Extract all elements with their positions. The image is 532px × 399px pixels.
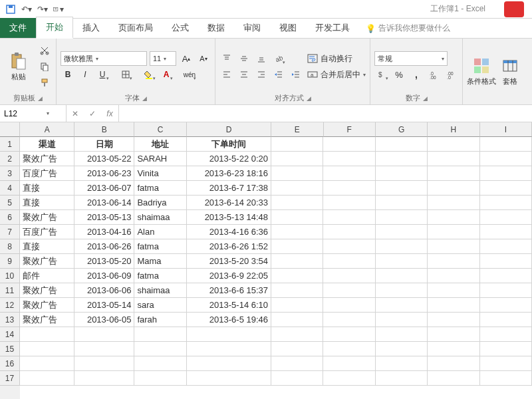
cell-B15[interactable] [74, 342, 134, 356]
cell-H17[interactable] [428, 371, 479, 386]
cell-E2[interactable] [271, 152, 323, 166]
cell-I12[interactable] [480, 298, 532, 313]
cell-E12[interactable] [271, 298, 323, 313]
cell-D4[interactable]: 2013-6-7 17:38 [187, 181, 271, 196]
row-header-5[interactable]: 5 [0, 196, 20, 210]
font-name-dropdown[interactable]: 微软雅黑▾ [61, 51, 147, 66]
cell-D12[interactable]: 2013-5-14 6:10 [187, 298, 271, 313]
cell-A9[interactable]: 聚效广告 [20, 254, 74, 269]
cell-G8[interactable] [376, 239, 428, 254]
cell-F8[interactable] [323, 239, 375, 254]
cell-G4[interactable] [376, 181, 428, 196]
cell-I2[interactable] [480, 152, 532, 166]
cell-B16[interactable] [74, 356, 134, 371]
cell-D1[interactable]: 下单时间 [187, 137, 271, 152]
cell-A1[interactable]: 渠道 [20, 137, 74, 152]
col-header-C[interactable]: C [134, 122, 186, 137]
cell-I10[interactable] [480, 269, 532, 283]
merge-center-button[interactable]: a 合并后居中▾ [307, 67, 366, 82]
cell-F11[interactable] [323, 283, 375, 298]
cell-I16[interactable] [480, 356, 532, 371]
cell-D3[interactable]: 2013-6-23 18:16 [187, 166, 271, 181]
cell-D10[interactable]: 2013-6-9 22:05 [187, 269, 271, 283]
align-middle-button[interactable] [237, 51, 251, 66]
cell-G13[interactable] [376, 313, 428, 327]
cell-I17[interactable] [480, 371, 532, 386]
tab-data[interactable]: 数据 [198, 18, 234, 38]
cell-H10[interactable] [428, 269, 479, 283]
chevron-down-icon[interactable]: ▾ [47, 110, 49, 116]
cell-A7[interactable]: 百度广告 [20, 225, 74, 239]
cell-D15[interactable] [187, 342, 271, 356]
tab-file[interactable]: 文件 [0, 18, 36, 38]
cell-I15[interactable] [480, 342, 532, 356]
cell-E3[interactable] [271, 166, 323, 181]
cell-B9[interactable]: 2013-05-20 [74, 254, 134, 269]
cell-C2[interactable]: SARAH [134, 152, 186, 166]
cell-D9[interactable]: 2013-5-20 3:54 [187, 254, 271, 269]
cell-H1[interactable] [428, 137, 479, 152]
conditional-format-button[interactable]: 条件格式 [467, 41, 496, 102]
cell-A14[interactable] [20, 327, 74, 342]
cell-G9[interactable] [376, 254, 428, 269]
cell-I8[interactable] [480, 239, 532, 254]
cell-D11[interactable]: 2013-6-6 15:37 [187, 283, 271, 298]
font-dialog-icon[interactable]: ◢ [142, 95, 147, 102]
cell-H3[interactable] [428, 166, 479, 181]
cell-D17[interactable] [187, 371, 271, 386]
increase-font-button[interactable]: A▴ [179, 51, 194, 66]
tab-insert[interactable]: 插入 [73, 18, 109, 38]
increase-decimal-button[interactable]: .0.00 [426, 67, 441, 82]
cell-F17[interactable] [323, 371, 375, 386]
cell-B8[interactable]: 2013-06-26 [74, 239, 134, 254]
enter-formula-button[interactable]: ✓ [84, 109, 101, 118]
col-header-I[interactable]: I [480, 122, 532, 137]
cell-H14[interactable] [428, 327, 479, 342]
col-header-G[interactable]: G [376, 122, 428, 137]
cell-B7[interactable]: 2013-04-16 [74, 225, 134, 239]
orientation-button[interactable]: ab [271, 51, 286, 66]
cell-I4[interactable] [480, 181, 532, 196]
comma-button[interactable]: , [409, 67, 424, 82]
row-header-6[interactable]: 6 [0, 210, 20, 225]
cell-F13[interactable] [323, 313, 375, 327]
cell-C3[interactable]: Vinita [134, 166, 186, 181]
cell-A17[interactable] [20, 371, 74, 386]
cell-A13[interactable]: 聚效广告 [20, 313, 74, 327]
cell-F10[interactable] [323, 269, 375, 283]
phonetic-button[interactable]: wén [182, 67, 197, 82]
col-header-B[interactable]: B [74, 122, 134, 137]
cell-I7[interactable] [480, 225, 532, 239]
cell-G1[interactable] [376, 137, 428, 152]
cell-D14[interactable] [187, 327, 271, 342]
format-painter-button[interactable] [37, 75, 52, 90]
cell-C9[interactable]: Mama [134, 254, 186, 269]
cell-A5[interactable]: 直接 [20, 196, 74, 210]
cell-E13[interactable] [271, 313, 323, 327]
cell-I9[interactable] [480, 254, 532, 269]
cell-B10[interactable]: 2013-06-09 [74, 269, 134, 283]
tab-home[interactable]: 开始 [36, 17, 73, 39]
redo-icon[interactable]: ↷▾ [37, 4, 48, 15]
cell-E4[interactable] [271, 181, 323, 196]
row-header-17[interactable]: 17 [0, 371, 20, 386]
cell-A3[interactable]: 百度广告 [20, 166, 74, 181]
number-format-dropdown[interactable]: 常规▾ [374, 51, 448, 66]
cell-F12[interactable] [323, 298, 375, 313]
cell-A2[interactable]: 聚效广告 [20, 152, 74, 166]
cell-G3[interactable] [376, 166, 428, 181]
cell-E14[interactable] [271, 327, 323, 342]
col-header-E[interactable]: E [271, 122, 323, 137]
cell-B11[interactable]: 2013-06-06 [74, 283, 134, 298]
fx-button[interactable]: fx [101, 109, 118, 118]
cell-E1[interactable] [271, 137, 323, 152]
italic-button[interactable]: I [78, 67, 92, 82]
cell-G6[interactable] [376, 210, 428, 225]
accounting-format-button[interactable]: $ [374, 67, 389, 82]
cell-A11[interactable]: 聚效广告 [20, 283, 74, 298]
cell-I6[interactable] [480, 210, 532, 225]
cell-E6[interactable] [271, 210, 323, 225]
align-top-button[interactable] [219, 51, 234, 66]
cell-G15[interactable] [376, 342, 428, 356]
tab-developer[interactable]: 开发工具 [306, 18, 359, 38]
